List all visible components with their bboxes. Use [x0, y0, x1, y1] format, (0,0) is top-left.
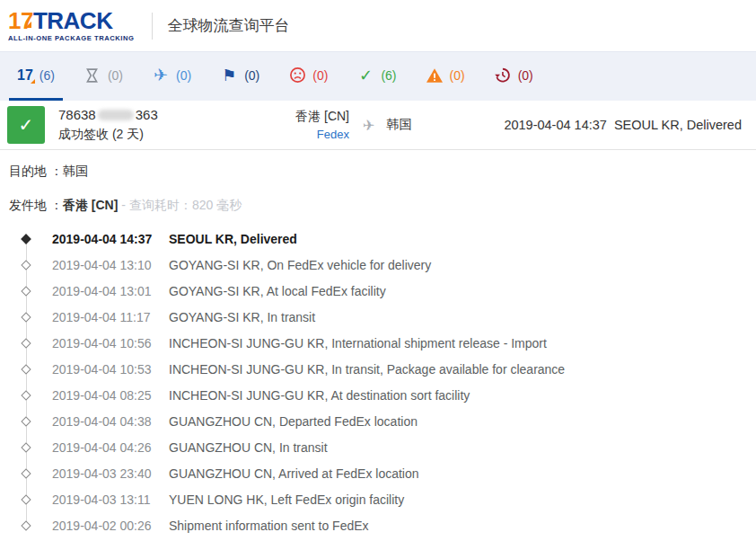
timeline-row: 2019-04-02 00:26 Shipment information se…	[0, 512, 756, 538]
tab-in-transit[interactable]: ✈ (0)	[144, 52, 199, 101]
delivered-check-icon: ✓	[7, 106, 45, 144]
timeline-event: GOYANG-SI KR, On FedEx vehicle for deliv…	[169, 258, 431, 272]
timeline-diamond-icon	[21, 312, 31, 322]
logo-track-text: TRACK	[33, 7, 113, 34]
tab-all-count: (6)	[40, 68, 55, 83]
timeline-marker-cell	[0, 288, 52, 295]
package-summary-row[interactable]: ✓ 78638363 成功签收 (2 天) 香港 [CN] Fedex ✈ 韩国…	[0, 101, 756, 150]
timeline-diamond-icon	[21, 468, 31, 478]
header-divider	[152, 13, 153, 40]
timeline-time: 2019-04-03 23:40	[52, 466, 169, 481]
timeline-event: GUANGZHOU CN, Departed FedEx location	[169, 414, 418, 429]
header: 17TRACK ALL-IN-ONE PACKAGE TRACKING 全球物流…	[0, 0, 756, 51]
timeline-time: 2019-04-04 13:10	[52, 258, 169, 272]
delivery-status-text: 成功签收 (2 天)	[58, 127, 267, 143]
timeline-time: 2019-04-04 14:37	[52, 232, 169, 246]
tab-undelivered[interactable]: (0)	[280, 52, 336, 101]
carrier-link[interactable]: Fedex	[317, 128, 349, 141]
origin-value: 香港 [CN]	[63, 198, 118, 212]
timeline-row: 2019-04-04 13:01 GOYANG-SI KR, At local …	[0, 278, 756, 304]
timeline-marker-cell	[0, 366, 52, 373]
check-icon: ✓	[356, 67, 374, 84]
masked-digits	[98, 110, 134, 120]
timeline-time: 2019-04-04 08:25	[52, 388, 169, 403]
timeline-marker-cell	[0, 314, 52, 321]
origin-line: 发件地 ：香港 [CN]- 查询耗时：820 毫秒	[0, 198, 756, 214]
tab-not-found[interactable]: (0)	[75, 52, 131, 101]
tab-delivered[interactable]: ✓ (6)	[348, 52, 404, 101]
tab-expired[interactable]: (0)	[486, 52, 541, 101]
timeline-event: YUEN LONG HK, Left FedEx origin facility	[169, 492, 404, 507]
timeline-row: 2019-04-04 08:25 INCHEON-SI JUNG-GU KR, …	[0, 382, 756, 408]
timeline-time: 2019-04-04 10:53	[52, 362, 169, 377]
timeline-event: GOYANG-SI KR, At local FedEx facility	[169, 284, 386, 298]
package-info: 78638363 成功签收 (2 天)	[58, 107, 267, 143]
origin-block: 香港 [CN] Fedex	[267, 109, 349, 141]
timeline-marker-cell	[0, 235, 52, 243]
timeline-row: 2019-04-03 13:11 YUEN LONG HK, Left FedE…	[0, 486, 756, 512]
timeline-diamond-icon	[21, 260, 31, 270]
tracking-timeline: 2019-04-04 14:37 SEOUL KR, Delivered 201…	[0, 226, 756, 538]
logo-17-icon: 17	[17, 67, 33, 84]
plane-icon: ✈	[152, 67, 170, 84]
tab-pick-up[interactable]: ⚑ (0)	[212, 52, 268, 101]
tab-delivered-count: (6)	[381, 68, 396, 83]
timeline-event: INCHEON-SI JUNG-GU KR, International shi…	[169, 336, 547, 350]
latest-event-summary: 2019-04-04 14:37SEOUL KR, Delivered	[504, 118, 747, 132]
timeline-event: INCHEON-SI JUNG-GU KR, At destination so…	[169, 388, 470, 403]
timeline-time: 2019-04-03 13:11	[52, 492, 169, 507]
timeline-event: GUANGZHOU CN, Arrived at FedEx location	[169, 466, 419, 481]
route-plane-icon: ✈	[363, 117, 374, 134]
timeline-diamond-icon	[21, 234, 31, 244]
latest-event-desc: SEOUL KR, Delivered	[614, 118, 742, 132]
origin-place: 香港 [CN]	[295, 109, 349, 125]
timeline-diamond-icon	[21, 520, 31, 530]
tab-not-found-count: (0)	[108, 68, 123, 83]
tab-alert-count: (0)	[450, 68, 465, 83]
query-time: - 查询耗时：820 毫秒	[121, 198, 242, 212]
warning-icon	[426, 67, 444, 84]
timeline-time: 2019-04-04 04:38	[52, 414, 169, 429]
hourglass-icon	[84, 67, 101, 84]
timeline-time: 2019-04-04 11:17	[52, 310, 169, 324]
destination-line: 目的地 ：韩国	[0, 164, 756, 180]
timeline-row: 2019-04-04 10:53 INCHEON-SI JUNG-GU KR, …	[0, 356, 756, 382]
timeline-diamond-icon	[21, 390, 31, 400]
timeline-marker-cell	[0, 444, 52, 451]
tracking-number: 78638363	[58, 107, 267, 122]
timeline-time: 2019-04-04 10:56	[52, 336, 169, 350]
tab-undelivered-count: (0)	[312, 68, 328, 83]
logo-17-text: 17	[8, 7, 33, 34]
brand-logo[interactable]: 17TRACK ALL-IN-ONE PACKAGE TRACKING	[8, 9, 134, 42]
sad-face-icon	[288, 67, 306, 84]
destination-value: 韩国	[63, 164, 88, 178]
timeline-marker-cell	[0, 470, 52, 477]
timeline-event: SEOUL KR, Delivered	[169, 232, 297, 246]
flag-icon: ⚑	[220, 67, 238, 84]
timeline-row: 2019-04-04 14:37 SEOUL KR, Delivered	[0, 226, 756, 252]
destination-label: 目的地 ：	[9, 164, 63, 178]
timeline-event: GOYANG-SI KR, In transit	[169, 310, 315, 324]
timeline-row: 2019-04-03 23:40 GUANGZHOU CN, Arrived a…	[0, 460, 756, 486]
brand-logo-text: 17TRACK	[8, 9, 134, 32]
status-tabbar: 17 (6) (0) ✈ (0) ⚑ (0) (0) ✓ (6)	[0, 51, 756, 101]
timeline-marker-cell	[0, 392, 52, 399]
latest-event-time: 2019-04-04 14:37	[504, 118, 607, 132]
timeline-row: 2019-04-04 04:38 GUANGZHOU CN, Departed …	[0, 408, 756, 434]
timeline-row: 2019-04-04 13:10 GOYANG-SI KR, On FedEx …	[0, 252, 756, 278]
timeline-event: Shipment information sent to FedEx	[169, 519, 369, 533]
tab-in-transit-count: (0)	[176, 68, 191, 83]
timeline-time: 2019-04-02 00:26	[52, 519, 169, 533]
tab-alert[interactable]: (0)	[418, 52, 473, 101]
history-icon	[494, 67, 512, 84]
tab-all[interactable]: 17 (6)	[9, 52, 63, 101]
timeline-diamond-icon	[21, 494, 31, 504]
tab-expired-count: (0)	[518, 68, 533, 83]
destination-place: 韩国	[386, 117, 411, 133]
timeline-row: 2019-04-04 10:56 INCHEON-SI JUNG-GU KR, …	[0, 330, 756, 356]
origin-label: 发件地 ：	[9, 198, 63, 212]
timeline-diamond-icon	[21, 416, 31, 426]
timeline-marker-cell	[0, 340, 52, 347]
timeline-row: 2019-04-04 04:26 GUANGZHOU CN, In transi…	[0, 434, 756, 460]
logo-subtitle: ALL-IN-ONE PACKAGE TRACKING	[8, 34, 134, 42]
